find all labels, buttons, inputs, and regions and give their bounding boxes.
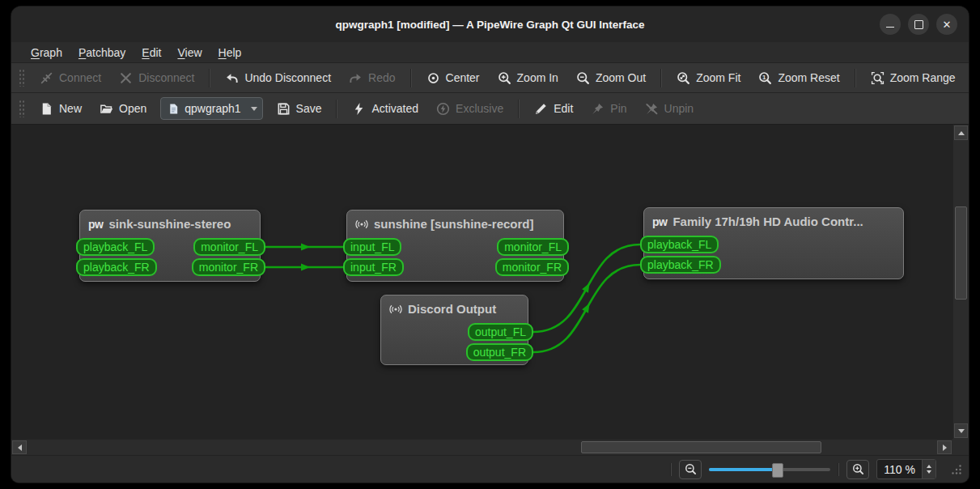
toolbar-file: New Open qpwgraph1 Save Activated Exclus… bbox=[11, 92, 969, 124]
zoom-out-icon bbox=[576, 71, 590, 85]
exclusive-bolt-icon bbox=[436, 102, 450, 116]
maximize-button[interactable] bbox=[908, 14, 929, 35]
port-input_FR[interactable]: input_FR bbox=[343, 258, 404, 276]
zoom-reset-button[interactable]: 1 Zoom Reset bbox=[749, 66, 848, 89]
port-monitor_FL[interactable]: monitor_FL bbox=[497, 238, 569, 256]
horizontal-scrollbar[interactable] bbox=[11, 439, 952, 455]
minimize-button[interactable] bbox=[880, 14, 901, 35]
node-discord-output[interactable]: Discord Outputoutput_FLoutput_FR bbox=[380, 295, 528, 365]
wire-arrow-icon bbox=[301, 244, 310, 251]
vertical-scrollbar[interactable] bbox=[952, 125, 969, 439]
spin-up-icon[interactable] bbox=[927, 465, 931, 468]
port-playback_FR[interactable]: playback_FR bbox=[76, 258, 157, 276]
statusbar-zoom-in-button[interactable] bbox=[846, 460, 869, 479]
port-output_FR[interactable]: output_FR bbox=[466, 343, 533, 361]
pipewire-icon: pw bbox=[88, 218, 103, 231]
port-playback_FL[interactable]: playback_FL bbox=[76, 238, 155, 256]
arrow-up-icon bbox=[958, 131, 965, 135]
statusbar-zoom-out-button[interactable] bbox=[679, 460, 702, 479]
pipewire-icon: pw bbox=[652, 215, 667, 228]
edit-button[interactable]: Edit bbox=[525, 97, 582, 120]
node-sink-sunshine-stereo[interactable]: pwsink-sunshine-stereoplayback_FLplaybac… bbox=[79, 210, 261, 282]
arrow-left-icon bbox=[18, 444, 22, 451]
toolbar-drag-handle[interactable] bbox=[19, 69, 24, 87]
vertical-scroll-thumb[interactable] bbox=[955, 206, 967, 300]
edit-pencil-icon bbox=[534, 102, 548, 116]
exclusive-button[interactable]: Exclusive bbox=[427, 97, 512, 120]
horizontal-scroll-thumb[interactable] bbox=[581, 441, 821, 453]
zoom-in-button[interactable]: Zoom In bbox=[489, 66, 567, 89]
node-sunshine-sunshine-record[interactable]: sunshine [sunshine-record]input_FLinput_… bbox=[346, 210, 564, 282]
port-monitor_FR[interactable]: monitor_FR bbox=[192, 258, 265, 276]
wire-arrow-icon bbox=[301, 264, 310, 271]
save-icon bbox=[277, 102, 291, 116]
resize-grip[interactable] bbox=[950, 463, 962, 475]
node-title: pwFamily 17h/19h HD Audio Contr... bbox=[644, 208, 903, 228]
open-button[interactable]: Open bbox=[91, 97, 155, 120]
menu-patchbay[interactable]: Patchbay bbox=[70, 45, 134, 61]
zoom-range-icon bbox=[871, 71, 885, 85]
scroll-left-button[interactable] bbox=[12, 440, 27, 454]
port-output_FL[interactable]: output_FL bbox=[468, 323, 533, 341]
scroll-up-button[interactable] bbox=[954, 125, 968, 140]
activated-button[interactable]: Activated bbox=[343, 97, 427, 120]
unpin-button[interactable]: Unpin bbox=[636, 97, 703, 120]
chevron-down-icon bbox=[251, 107, 257, 111]
zoom-out-icon bbox=[685, 463, 697, 475]
port-monitor_FR[interactable]: monitor_FR bbox=[495, 258, 569, 276]
new-button[interactable]: New bbox=[31, 97, 91, 120]
zoom-slider-thumb[interactable] bbox=[772, 463, 783, 478]
port-playback_FL[interactable]: playback_FL bbox=[640, 236, 719, 253]
arrow-down-icon bbox=[958, 429, 965, 433]
wires-svg bbox=[11, 125, 952, 439]
menu-graph[interactable]: Graph bbox=[23, 45, 70, 61]
toolbar-separator bbox=[518, 100, 520, 118]
wire-arrow-icon bbox=[582, 304, 589, 313]
menu-edit[interactable]: Edit bbox=[134, 45, 169, 61]
titlebar[interactable]: qpwgraph1 [modified] — A PipeWire Graph … bbox=[11, 6, 969, 42]
center-button[interactable]: Center bbox=[418, 66, 489, 89]
scroll-right-button[interactable] bbox=[937, 440, 952, 454]
zoom-slider[interactable] bbox=[709, 462, 830, 477]
svg-text:1: 1 bbox=[763, 74, 767, 81]
zoom-range-button[interactable]: Zoom Range bbox=[862, 66, 965, 89]
scroll-down-button[interactable] bbox=[954, 423, 968, 438]
node-family-17h-19h-hd-audio-contr[interactable]: pwFamily 17h/19h HD Audio Contr...playba… bbox=[643, 207, 904, 279]
session-combobox-value: qpwgraph1 bbox=[185, 102, 240, 115]
redo-button[interactable]: Redo bbox=[340, 66, 404, 89]
toolbar-drag-handle[interactable] bbox=[19, 100, 24, 117]
port-input_FL[interactable]: input_FL bbox=[343, 238, 401, 256]
pin-button[interactable]: Pin bbox=[582, 97, 635, 120]
undo-disconnect-button[interactable]: Undo Disconnect bbox=[216, 66, 340, 89]
center-icon bbox=[426, 71, 440, 85]
session-combobox[interactable]: qpwgraph1 bbox=[160, 97, 262, 120]
minimize-icon bbox=[886, 27, 894, 28]
port-playback_FR[interactable]: playback_FR bbox=[640, 256, 721, 274]
pin-icon bbox=[591, 102, 605, 116]
toolbar-separator bbox=[660, 69, 662, 87]
port-monitor_FL[interactable]: monitor_FL bbox=[193, 238, 265, 256]
disconnect-button[interactable]: Disconnect bbox=[110, 66, 203, 89]
close-button[interactable]: ✕ bbox=[936, 14, 957, 35]
graph-canvas[interactable]: pwsink-sunshine-stereoplayback_FLplaybac… bbox=[11, 125, 952, 439]
save-button[interactable]: Save bbox=[268, 97, 331, 120]
statusbar-separator bbox=[670, 463, 672, 476]
zoom-reset-icon: 1 bbox=[758, 71, 772, 85]
zoom-spinbox[interactable]: 110 % bbox=[876, 459, 936, 479]
redo-icon bbox=[349, 71, 363, 85]
menu-view[interactable]: View bbox=[169, 45, 210, 61]
open-folder-icon bbox=[100, 102, 113, 116]
toolbar-separator bbox=[336, 100, 337, 118]
undo-icon bbox=[225, 71, 239, 85]
menu-help[interactable]: Help bbox=[210, 45, 250, 61]
zoom-fit-button[interactable]: Zoom Fit bbox=[668, 66, 749, 89]
spin-down-icon[interactable] bbox=[927, 470, 931, 474]
statusbar: 110 % bbox=[11, 455, 969, 483]
wire-arrow-icon bbox=[582, 283, 589, 293]
session-file-icon bbox=[168, 103, 180, 115]
zoom-fit-icon bbox=[677, 71, 690, 85]
zoom-out-button[interactable]: Zoom Out bbox=[567, 66, 655, 89]
toolbar-separator bbox=[410, 69, 412, 87]
connect-button[interactable]: Connect bbox=[31, 66, 110, 89]
node-title: pwsink-sunshine-stereo bbox=[80, 210, 260, 231]
